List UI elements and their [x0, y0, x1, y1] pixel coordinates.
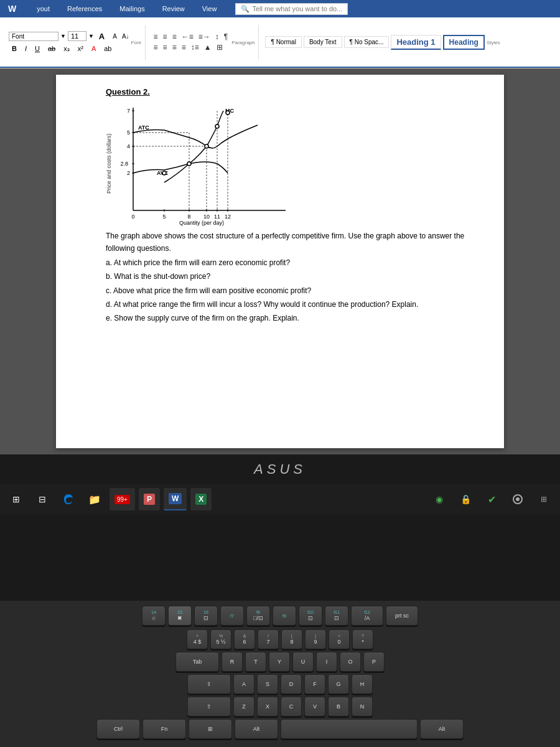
key-plus-4[interactable]: + 4 $ [187, 629, 208, 649]
app-excel[interactable]: X [190, 488, 212, 510]
key-tab[interactable]: Tab [175, 652, 219, 672]
task-view-button[interactable]: ⊟ [31, 488, 54, 510]
key-win[interactable]: ⊞ [189, 719, 232, 739]
svg-text:10: 10 [203, 214, 210, 220]
style-body-text[interactable]: Body Text [304, 36, 342, 48]
key-f14[interactable]: 14 ☆ [142, 606, 166, 626]
key-a[interactable]: A [233, 674, 254, 694]
show-marks-button[interactable]: ¶ [222, 32, 230, 42]
menu-references[interactable]: References [63, 4, 106, 14]
align-center-button[interactable]: ≡ [161, 42, 169, 52]
key-alt-left[interactable]: Alt [235, 719, 278, 739]
multilevel-button[interactable]: ≡ [170, 32, 179, 42]
start-button[interactable]: ⊞ [5, 488, 27, 510]
key-capslock[interactable]: ⇪ [187, 674, 231, 694]
app-powerpoint[interactable]: P [139, 488, 160, 510]
border-button[interactable]: ⊞ [215, 42, 225, 52]
highlight-button[interactable]: ab [101, 44, 114, 54]
key-p[interactable]: P [363, 652, 385, 672]
key-z[interactable]: Z [233, 697, 254, 716]
key-question[interactable]: ? * [352, 629, 373, 649]
key-i[interactable]: I [316, 652, 337, 672]
file-explorer-button[interactable]: 📁 [83, 488, 106, 510]
style-no-spacing[interactable]: ¶ No Spac... [344, 36, 390, 48]
line-spacing-button[interactable]: ↕≡ [189, 42, 201, 52]
align-right-button[interactable]: ≡ [170, 42, 179, 52]
browser-icon[interactable]: ◉ [428, 488, 450, 510]
home-row: ⇪ A S D F G H [6, 674, 554, 694]
key-y[interactable]: Y [269, 652, 290, 672]
key-v[interactable]: V [304, 697, 325, 716]
question-d: d. At what price range the firm will inc… [106, 298, 473, 311]
key-prtsc[interactable]: prt sc [386, 606, 418, 626]
key-f11[interactable]: f11 ⊡ [325, 606, 348, 626]
key-c[interactable]: C [281, 697, 302, 716]
sort-button[interactable]: ↕ [213, 32, 221, 42]
key-f18[interactable]: f8 □/⊡ [246, 606, 270, 626]
grow-font-button[interactable]: A [96, 31, 108, 42]
decrease-indent-button[interactable]: ←≡ [180, 32, 195, 42]
style-heading1[interactable]: Heading 1 [391, 35, 441, 50]
key-ctrl-left[interactable]: Ctrl [96, 719, 140, 739]
key-shift-left[interactable]: ⇧ [187, 697, 231, 716]
increase-indent-button[interactable]: ≡→ [197, 32, 212, 42]
numbering-button[interactable]: ≡ [161, 32, 169, 42]
key-f9[interactable]: f9 [273, 606, 296, 626]
font-name-input[interactable] [9, 32, 58, 41]
underline-button[interactable]: U [32, 44, 43, 54]
key-f17[interactable]: f7 [220, 606, 244, 626]
bold-button[interactable]: B [9, 44, 20, 54]
font-size-input[interactable] [68, 31, 86, 41]
superscript-button[interactable]: x² [75, 44, 86, 54]
app-word[interactable]: W [164, 488, 187, 510]
shrink-font-button[interactable]: A [110, 32, 120, 41]
menu-view[interactable]: View [198, 4, 221, 14]
key-h[interactable]: H [352, 674, 373, 694]
key-f12[interactable]: f12 /A [351, 606, 383, 626]
justify-button[interactable]: ≡ [180, 42, 188, 52]
style-normal[interactable]: ¶ Normal [265, 36, 301, 48]
key-f[interactable]: F [304, 674, 325, 694]
strikethrough-button[interactable]: ab [45, 44, 58, 54]
shield-icon[interactable]: 🔒 [454, 488, 477, 510]
menu-mailings[interactable]: Mailings [116, 4, 148, 14]
key-s[interactable]: S [257, 674, 278, 694]
checkmark-icon[interactable]: ✔ [480, 488, 503, 510]
key-f16[interactable]: 16 ⊡ [194, 606, 218, 626]
key-space[interactable] [281, 719, 418, 739]
key-amp-6[interactable]: & 6 [234, 629, 255, 649]
edge-button[interactable] [57, 488, 80, 510]
key-eq-0[interactable]: = 0 [329, 629, 350, 649]
align-left-button[interactable]: ≡ [152, 42, 160, 52]
chrome-icon[interactable] [506, 488, 529, 510]
app-99plus[interactable]: 99+ [110, 488, 135, 510]
key-f15[interactable]: 15 ✖ [168, 606, 192, 626]
number-key-row: + 4 $ % 5 ½ & 6 / 7 ( 8 ) 9 [6, 629, 554, 649]
key-slash-7[interactable]: / 7 [258, 629, 279, 649]
key-x[interactable]: X [257, 697, 278, 716]
key-cparen-9[interactable]: ) 9 [305, 629, 326, 649]
tell-me-input[interactable]: 🔍 Tell me what you want to do... [235, 3, 348, 15]
key-b[interactable]: B [328, 697, 349, 716]
key-fn[interactable]: Fn [142, 719, 186, 739]
menu-yout[interactable]: yout [33, 4, 54, 14]
subscript-button[interactable]: x₂ [60, 44, 73, 54]
key-t[interactable]: T [245, 652, 266, 672]
bullets-button[interactable]: ≡ [152, 32, 160, 42]
key-f10[interactable]: f10 ⊡ [299, 606, 322, 626]
style-heading2[interactable]: Heading [443, 35, 485, 50]
shading-button[interactable]: ▲ [202, 42, 213, 52]
key-n[interactable]: N [352, 697, 373, 716]
italic-button[interactable]: I [22, 44, 30, 54]
key-oparen-8[interactable]: ( 8 [281, 629, 302, 649]
key-percent-5[interactable]: % 5 ½ [210, 629, 231, 649]
key-r[interactable]: R [222, 652, 243, 672]
key-d[interactable]: D [281, 674, 302, 694]
key-o[interactable]: O [340, 652, 361, 672]
menu-review[interactable]: Review [159, 4, 189, 14]
taskbar-extra[interactable]: ⊞ [533, 488, 555, 510]
key-alt-right[interactable]: Alt [420, 719, 464, 739]
key-g[interactable]: G [328, 674, 349, 694]
key-u[interactable]: U [292, 652, 314, 672]
text-color-button[interactable]: A [88, 44, 99, 54]
